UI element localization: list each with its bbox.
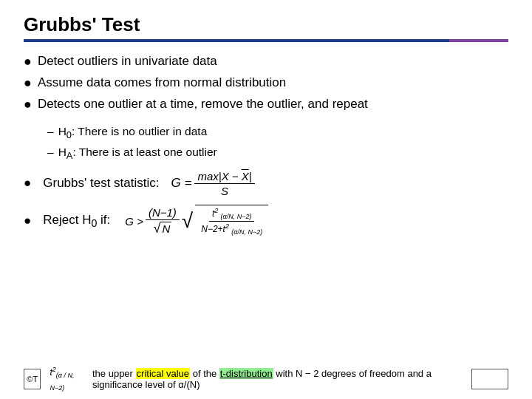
grubbs-bullet: ● (24, 176, 31, 191)
bullet-text-1: Detect outliers in univariate data (38, 52, 217, 70)
bullet-symbol-1: ● (24, 52, 32, 71)
t-sup-den: 2 (225, 222, 229, 230)
footer-icon: ©T (27, 375, 38, 383)
slide: Grubbs' Test ● Detect outliers in univar… (0, 0, 532, 399)
reject-bullet: ● (24, 214, 31, 228)
grubbs-label: Grubbs' test statistic: (43, 176, 159, 191)
bullet-text-3: Detects one outlier at a time, remove th… (38, 95, 368, 113)
slide-title: Grubbs' Test (24, 13, 508, 36)
footer-formula-text: t2(α / N, N−2) (50, 366, 83, 392)
dash-symbol-1: – (47, 123, 54, 140)
reject-label: Reject H0 if: (43, 213, 110, 229)
title-bar (24, 39, 508, 42)
sub-bullet-list: – H0: There is no outlier in data – HA: … (47, 123, 508, 163)
footer-icon-box: ©T (24, 369, 41, 389)
reject-outer-frac: (N−1) √ N (146, 206, 180, 236)
sub-bullet-ha: – HA: There is at least one outlier (47, 144, 508, 163)
reject-formula: G > (N−1) √ N √ t2 (α/N, N−2) N−2 (125, 205, 268, 238)
ha-sub: A (66, 150, 73, 161)
footer-text-block: the upper critical value of the t-distri… (92, 368, 463, 390)
t-fraction: t2 (α/N, N−2) N−2+t2 (α/N, N−2) (198, 207, 265, 236)
bullet-item-2: ● Assume data comes from normal distribu… (24, 74, 508, 92)
footer-upper: the upper (92, 368, 133, 379)
sqrt-frac-inner: t2 (α/N, N−2) N−2+t2 (α/N, N−2) (195, 205, 268, 238)
grubbs-formula: G = max|X − X| S (171, 170, 255, 197)
bullet-symbol-3: ● (24, 95, 32, 114)
g-greater: G > (125, 215, 143, 228)
t-sup-num: 2 (214, 207, 218, 214)
reject-row: ● Reject H0 if: G > (N−1) √ N √ t2 (24, 205, 508, 238)
footer-t-sub: (α / N, N−2) (50, 372, 74, 392)
h0-sub: 0 (66, 129, 72, 140)
footer-t-distribution: t-distribution (219, 368, 273, 379)
sub-bullet-h0: – H0: There is no outlier in data (47, 123, 508, 142)
t-sub-den: (α/N, N−2) (231, 229, 262, 236)
sqrt-n-symbol: √ (154, 221, 161, 236)
dash-symbol-2: – (47, 144, 54, 160)
bullet-symbol-2: ● (24, 74, 32, 92)
reject-den: √ N (151, 220, 175, 236)
grubbs-statistic-row: ● Grubbs' test statistic: G = max|X − X|… (24, 170, 508, 197)
t-den: N−2+t2 (α/N, N−2) (198, 222, 265, 236)
grubbs-denominator: S (218, 184, 231, 197)
footer-of-the: of the (193, 368, 219, 379)
reject-num: (N−1) (146, 206, 180, 220)
reject-h0-sub: 0 (91, 217, 97, 229)
footer: ©T t2(α / N, N−2) the upper critical val… (0, 366, 532, 392)
x-bar: X (242, 170, 249, 183)
t-num: t2 (α/N, N−2) (209, 207, 255, 222)
g-equals: G = (171, 176, 192, 191)
t-sub-num: (α/N, N−2) (221, 213, 252, 220)
footer-critical-value: critical value (136, 368, 191, 379)
sqrt-frac-symbol: √ (182, 211, 193, 231)
title-bar-blue (24, 39, 449, 42)
bullet-item-1: ● Detect outliers in univariate data (24, 52, 508, 71)
main-bullet-list: ● Detect outliers in univariate data ● A… (24, 52, 508, 115)
bullet-item-3: ● Detects one outlier at a time, remove … (24, 95, 508, 114)
grubbs-fraction: max|X − X| S (194, 170, 254, 197)
footer-right-box (471, 369, 508, 389)
bullet-text-2: Assume data comes from normal distributi… (38, 74, 286, 92)
sub-bullet-h0-text: H0: There is no outlier in data (58, 123, 208, 142)
grubbs-numerator: max|X − X| (194, 170, 254, 184)
sub-bullet-ha-text: HA: There is at least one outlier (58, 144, 217, 163)
sqrt-n-inner: N (160, 222, 171, 235)
title-bar-purple (449, 39, 508, 42)
